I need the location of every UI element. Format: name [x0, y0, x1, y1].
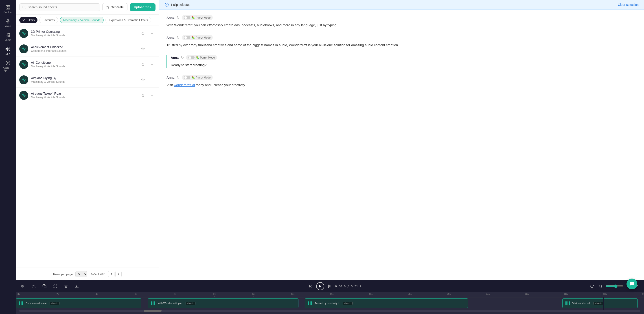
add-button[interactable] — [148, 92, 156, 99]
refresh-button[interactable] — [588, 283, 596, 290]
add-button[interactable] — [148, 61, 156, 68]
sound-item[interactable]: Airplane Flying By Machinery & Vehicle S… — [16, 72, 159, 88]
sound-actions — [139, 61, 156, 68]
prev-page-button[interactable] — [108, 271, 114, 277]
sidebar-label-content: Content — [4, 11, 12, 13]
sidebar-item-audioclip[interactable]: Audio clip — [1, 58, 14, 74]
timeline-clip[interactable]: ▐║▌ Do you need to cre... stale ↻ — [16, 298, 141, 308]
explosions-filter[interactable]: Explosions & Dramatic Effects — [106, 17, 151, 23]
timeline-tracks[interactable]: ▐║▌ Do you need to cre... stale ↻ ▐║▌ Wi… — [16, 298, 644, 310]
svg-marker-24 — [141, 78, 144, 81]
sound-item[interactable]: Airplane Takeoff Roar Machinery & Vehicl… — [16, 88, 159, 103]
wondercraft-link[interactable]: wondercraft.ai — [174, 83, 195, 87]
refresh-block-button[interactable]: ↻ — [176, 15, 180, 20]
zoom-out-button[interactable] — [597, 283, 604, 290]
svg-point-8 — [8, 35, 10, 37]
generate-button[interactable]: Generate — [102, 3, 128, 11]
favorite-button[interactable] — [139, 61, 146, 68]
split-button[interactable] — [52, 283, 59, 290]
favorite-button[interactable] — [139, 30, 146, 37]
svg-line-12 — [25, 8, 25, 8]
upload-sfx-button[interactable]: Upload SFX — [130, 3, 156, 11]
sidebar-item-music[interactable]: Music — [1, 30, 14, 43]
refresh-block-button[interactable]: ↻ — [176, 35, 180, 40]
svg-marker-36 — [310, 285, 312, 288]
parrot-toggle-switch[interactable] — [188, 56, 194, 59]
chevron-right-icon — [117, 273, 120, 276]
tracks-playhead — [603, 298, 604, 310]
parrot-toggle[interactable]: 🦜 Parrot Mode — [186, 55, 217, 60]
sound-waveform-icon — [19, 29, 28, 38]
sparkle-icon — [106, 5, 109, 9]
filter-icon — [22, 19, 25, 22]
block-header: Anna ↻ 🦜 Parrot Mode — [166, 75, 637, 80]
sound-item[interactable]: 3D Printer Operating Machinery & Vehicle… — [16, 26, 159, 41]
parrot-toggle-switch[interactable] — [184, 36, 190, 39]
svg-marker-18 — [141, 47, 144, 50]
timeline-area[interactable]: 0s2s4s6s8s10s12s14s16s18s20s22s24s26s28s… — [16, 292, 644, 310]
sidebar-item-sfx[interactable]: SFX — [1, 44, 14, 57]
clear-selection-button[interactable]: Clear selection — [618, 3, 638, 6]
stale-badge: stale ↻ — [186, 302, 196, 305]
history-icon — [32, 284, 36, 288]
music-icon — [6, 33, 10, 38]
refresh-block-button[interactable]: ↻ — [176, 75, 180, 80]
sound-category: Machinery & Vehicle Sounds — [31, 80, 137, 83]
next-page-button[interactable] — [115, 271, 122, 277]
download-button[interactable] — [73, 283, 80, 290]
chat-button[interactable] — [626, 279, 637, 289]
volume-button[interactable] — [19, 283, 26, 290]
timeline-scroll-thumb[interactable] — [144, 310, 162, 312]
sidebar-label-audioclip: Audio clip — [3, 66, 13, 72]
sound-item[interactable]: Achievement Unlocked Computer & Interfac… — [16, 41, 159, 57]
favorite-button[interactable] — [139, 45, 146, 52]
history-button[interactable] — [30, 283, 37, 290]
clip-label: Visit wondercraft... — [572, 302, 592, 305]
skip-forward-button[interactable] — [326, 283, 333, 290]
speaker-name: Anna — [166, 16, 174, 19]
parrot-toggle[interactable]: 🦜 Parrot Mode — [182, 15, 213, 20]
copy-button[interactable] — [41, 283, 48, 290]
add-button[interactable] — [148, 76, 156, 83]
rows-per-page-select[interactable]: 51025 — [76, 271, 87, 277]
play-button[interactable] — [316, 282, 324, 290]
sidebar-item-content[interactable]: Content — [1, 3, 14, 16]
copy-icon — [42, 284, 46, 288]
sound-item[interactable]: Air Conditioner Machinery & Vehicle Soun… — [16, 57, 159, 72]
sound-info: Airplane Flying By Machinery & Vehicle S… — [31, 76, 137, 83]
clip-waveform-icon: ▐║▌ — [150, 302, 156, 305]
sidebar-item-voice[interactable]: Voice — [1, 16, 14, 30]
search-input-wrapper[interactable] — [19, 3, 100, 11]
rows-label: Rows per page: — [53, 273, 74, 276]
block-text: Ready to start creating? — [171, 62, 637, 68]
parrot-toggle[interactable]: 🦜 Parrot Mode — [182, 35, 213, 40]
sound-actions — [139, 30, 156, 37]
timeline-clip[interactable]: ▐║▌ Trusted by over forty thousand creat… — [305, 298, 468, 308]
parrot-toggle[interactable]: 🦜 Parrot Mode — [182, 75, 213, 80]
timeline-ruler: 0s2s4s6s8s10s12s14s16s18s20s22s24s26s28s… — [16, 292, 644, 298]
svg-marker-21 — [141, 63, 144, 66]
delete-button[interactable] — [62, 283, 70, 290]
zoom-slider[interactable] — [606, 284, 623, 288]
sound-waveform-icon — [19, 91, 28, 100]
refresh-block-button[interactable]: ↻ — [181, 55, 184, 60]
stale-badge: stale ↻ — [343, 302, 352, 305]
add-button[interactable] — [148, 30, 156, 37]
skip-back-button[interactable] — [307, 283, 314, 290]
editor-panel: 1 clip selected Clear selection Anna ↻ 🦜… — [159, 0, 644, 280]
timeline-scrollbar[interactable] — [19, 310, 640, 312]
sound-info: Airplane Takeoff Roar Machinery & Vehicl… — [31, 92, 137, 99]
timeline-clip[interactable]: ▐║▌ Visit wondercraft... stale ↻ — [562, 298, 638, 308]
parrot-toggle-switch[interactable] — [184, 16, 190, 19]
filters-button[interactable]: Filters — [19, 17, 38, 23]
timeline-clip[interactable]: ▐║▌ With Wondercraft, you can effortless… — [148, 298, 298, 308]
favorite-button[interactable] — [139, 92, 146, 99]
download-icon — [75, 284, 79, 288]
favorites-filter[interactable]: Favorites — [39, 17, 58, 23]
favorite-button[interactable] — [139, 76, 146, 83]
speaker-name: Anna — [166, 76, 174, 79]
machinery-filter[interactable]: Machinery & Vehicle Sounds — [60, 17, 104, 23]
search-input[interactable] — [28, 5, 97, 9]
add-button[interactable] — [148, 45, 156, 52]
parrot-toggle-switch[interactable] — [184, 76, 190, 79]
